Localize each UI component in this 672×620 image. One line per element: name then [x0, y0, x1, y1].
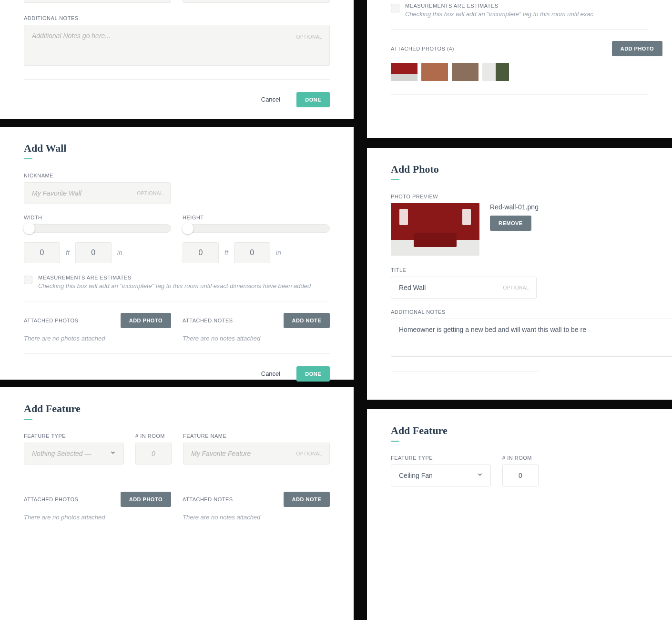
nickname-input[interactable]: [24, 182, 171, 204]
title-label: TITLE: [391, 267, 672, 273]
additional-notes-label: ADDITIONAL NOTES: [391, 309, 672, 315]
estimates-label: MEASUREMENTS ARE ESTIMATES: [405, 3, 593, 9]
no-photos-text: There are no photos attached: [24, 514, 171, 521]
width-ft-input[interactable]: [24, 242, 60, 263]
add-feature-heading: Add Feature: [24, 403, 330, 415]
slider-thumb[interactable]: [182, 223, 193, 234]
additional-notes-textarea[interactable]: [391, 319, 672, 357]
attached-notes-label: ATTACHED NOTES: [183, 318, 233, 323]
additional-notes-label: ADDITIONAL NOTES: [24, 15, 330, 21]
attached-photos-label: ATTACHED PHOTOS: [24, 496, 78, 502]
photo-thumbnail[interactable]: [421, 63, 448, 81]
feature-name-label: FEATURE NAME: [183, 433, 330, 439]
add-photo-button[interactable]: ADD PHOTO: [121, 313, 171, 328]
add-note-button[interactable]: ADD NOTE: [284, 313, 330, 328]
count-label: # IN ROOM: [135, 433, 172, 439]
in-unit: in: [276, 249, 281, 257]
photo-thumbnail[interactable]: [391, 63, 417, 81]
height-label: HEIGHT: [183, 215, 330, 220]
ft-unit: ft: [224, 249, 228, 257]
additional-notes-textarea[interactable]: [24, 25, 330, 66]
add-feature-heading: Add Feature: [391, 424, 648, 437]
count-input[interactable]: [502, 465, 539, 486]
remove-button[interactable]: REMOVE: [490, 216, 531, 231]
count-label: # IN ROOM: [502, 455, 539, 461]
height-in-input[interactable]: [234, 242, 270, 263]
add-note-button[interactable]: ADD NOTE: [284, 492, 330, 507]
photo-thumbnail[interactable]: [452, 63, 479, 81]
done-button[interactable]: DONE: [296, 366, 330, 382]
in-unit: in: [117, 249, 122, 257]
width-in-input[interactable]: [75, 242, 112, 263]
width-slider[interactable]: [24, 224, 171, 233]
estimates-checkbox[interactable]: [24, 276, 32, 284]
photo-preview: [391, 203, 479, 256]
done-button[interactable]: DONE: [296, 92, 330, 107]
height-slider[interactable]: [183, 224, 330, 233]
height-ft-input[interactable]: [183, 242, 219, 263]
add-photo-button[interactable]: ADD PHOTO: [121, 492, 171, 507]
ft-unit: ft: [66, 249, 70, 257]
feature-type-select[interactable]: [24, 443, 124, 465]
feature-type-label: FEATURE TYPE: [391, 455, 491, 461]
feature-name-input[interactable]: [183, 443, 330, 465]
count-input[interactable]: [135, 443, 172, 465]
no-notes-text: There are no notes attached: [183, 335, 330, 342]
feature-type-label: FEATURE TYPE: [24, 433, 124, 439]
no-notes-text: There are no notes attached: [183, 514, 330, 521]
photo-thumbnail[interactable]: [482, 63, 509, 81]
estimates-checkbox[interactable]: [391, 4, 399, 12]
estimates-subtext: Checking this box will add an "incomplet…: [405, 10, 593, 18]
attached-notes-label: ATTACHED NOTES: [183, 496, 233, 502]
slider-thumb[interactable]: [23, 223, 35, 234]
nickname-label: NICKNAME: [24, 173, 330, 178]
attached-photos-label: ATTACHED PHOTOS: [24, 318, 78, 323]
cancel-button[interactable]: Cancel: [253, 91, 289, 108]
add-photo-heading: Add Photo: [391, 163, 672, 176]
photo-preview-label: PHOTO PREVIEW: [391, 194, 672, 199]
photo-filename: Red-wall-01.png: [490, 203, 539, 211]
width-label: WIDTH: [24, 215, 171, 220]
add-wall-heading: Add Wall: [24, 142, 330, 155]
estimates-subtext: Checking this box will add an "incomplet…: [38, 282, 311, 289]
title-input[interactable]: [391, 277, 537, 299]
no-photos-text: There are no photos attached: [24, 335, 171, 342]
estimates-label: MEASUREMENTS ARE ESTIMATES: [38, 275, 311, 280]
feature-type-select[interactable]: [391, 465, 491, 486]
attached-photos-label: ATTACHED PHOTOS (4): [391, 46, 454, 52]
cancel-button[interactable]: Cancel: [253, 365, 289, 382]
add-photo-button[interactable]: ADD PHOTO: [612, 41, 662, 56]
